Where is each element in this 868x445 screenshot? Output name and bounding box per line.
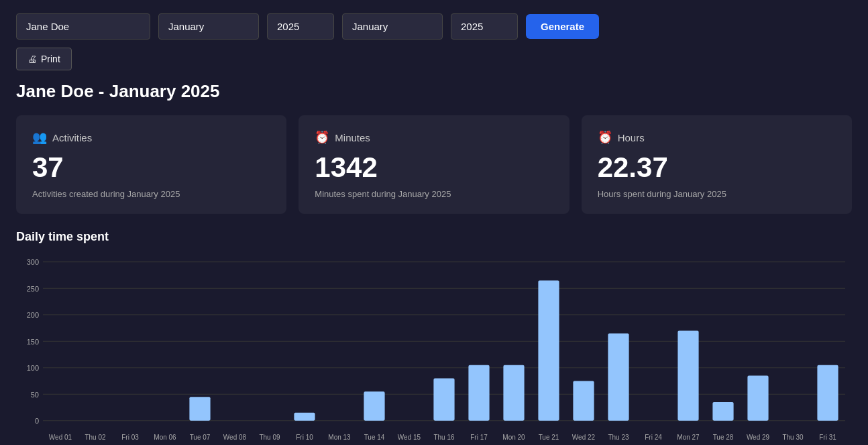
svg-rect-30	[468, 365, 489, 421]
svg-text:Mon 27: Mon 27	[677, 433, 700, 440]
hours-label: Hours	[618, 132, 645, 143]
activities-value: 37	[32, 151, 270, 184]
svg-text:Fri 31: Fri 31	[819, 433, 836, 440]
svg-rect-36	[573, 381, 594, 420]
svg-text:Thu 16: Thu 16	[433, 433, 454, 440]
chart-section: Daily time spent 050100150200250300Wed 0…	[0, 230, 868, 445]
svg-rect-32	[503, 365, 524, 421]
year-to-input[interactable]	[451, 13, 518, 40]
svg-rect-45	[747, 376, 768, 421]
svg-rect-34	[538, 280, 559, 420]
svg-text:Fri 24: Fri 24	[645, 433, 662, 440]
activities-header: 👥 Activities	[32, 130, 270, 145]
minutes-value: 1342	[315, 151, 553, 184]
hours-header: ⏰ Hours	[598, 130, 836, 145]
activities-icon: 👥	[32, 130, 47, 145]
month-from-input[interactable]	[158, 13, 259, 40]
svg-rect-38	[608, 333, 629, 420]
svg-text:Thu 23: Thu 23	[608, 433, 629, 440]
generate-button[interactable]: Generate	[526, 14, 599, 39]
svg-rect-28	[433, 379, 454, 421]
svg-text:Tue 21: Tue 21	[539, 433, 559, 440]
svg-text:Thu 09: Thu 09	[259, 433, 280, 440]
svg-text:0: 0	[35, 417, 39, 425]
svg-text:Mon 13: Mon 13	[328, 433, 351, 440]
svg-rect-48	[817, 365, 838, 421]
svg-text:150: 150	[27, 337, 39, 345]
svg-rect-41	[677, 330, 698, 420]
hours-value: 22.37	[598, 151, 836, 184]
svg-text:300: 300	[27, 258, 39, 266]
svg-text:Tue 07: Tue 07	[190, 433, 211, 440]
svg-text:Mon 06: Mon 06	[154, 433, 176, 440]
svg-rect-43	[712, 402, 733, 421]
svg-text:Fri 03: Fri 03	[121, 433, 139, 440]
svg-text:50: 50	[31, 390, 39, 398]
svg-text:Wed 15: Wed 15	[398, 433, 421, 440]
month-to-input[interactable]	[342, 13, 443, 40]
svg-text:200: 200	[27, 311, 39, 319]
activities-desc: Activities created during January 2025	[32, 189, 270, 199]
minutes-icon: ⏰	[315, 130, 329, 145]
report-title: Jane Doe - January 2025	[0, 81, 868, 115]
printer-icon: 🖨	[28, 54, 37, 64]
hours-desc: Hours spent during January 2025	[598, 189, 836, 199]
activities-card: 👥 Activities 37 Activities created durin…	[16, 115, 286, 214]
minutes-header: ⏰ Minutes	[315, 130, 553, 145]
svg-text:Mon 20: Mon 20	[502, 433, 525, 440]
chart-container: 050100150200250300Wed 01Thu 02Fri 03Mon …	[16, 255, 852, 442]
hours-card: ⏰ Hours 22.37 Hours spent during January…	[582, 115, 852, 214]
svg-rect-25	[364, 391, 384, 420]
chart-title: Daily time spent	[16, 230, 852, 244]
svg-text:Tue 14: Tue 14	[364, 433, 385, 440]
stats-row: 👥 Activities 37 Activities created durin…	[0, 115, 868, 230]
svg-text:Tue 28: Tue 28	[713, 433, 734, 440]
svg-text:Fri 10: Fri 10	[296, 433, 313, 440]
activities-label: Activities	[52, 132, 92, 143]
svg-text:Fri 17: Fri 17	[470, 433, 488, 440]
minutes-label: Minutes	[335, 132, 370, 143]
chart-svg: 050100150200250300Wed 01Thu 02Fri 03Mon …	[16, 255, 852, 442]
svg-text:100: 100	[27, 364, 39, 372]
minutes-card: ⏰ Minutes 1342 Minutes spent during Janu…	[299, 115, 569, 214]
svg-text:Thu 30: Thu 30	[782, 433, 803, 440]
svg-text:Wed 01: Wed 01	[49, 433, 72, 440]
hours-icon: ⏰	[598, 130, 612, 145]
print-label: Print	[41, 54, 60, 64]
svg-text:Wed 08: Wed 08	[223, 433, 246, 440]
svg-text:Wed 29: Wed 29	[747, 433, 769, 440]
print-bar: 🖨 Print	[0, 48, 868, 81]
svg-text:250: 250	[27, 284, 39, 292]
svg-text:Thu 02: Thu 02	[85, 433, 105, 440]
print-button[interactable]: 🖨 Print	[16, 48, 72, 70]
minutes-desc: Minutes spent during January 2025	[315, 189, 553, 199]
top-bar: Generate	[0, 0, 868, 48]
svg-rect-18	[189, 397, 210, 421]
svg-rect-22	[294, 413, 315, 421]
year-from-input[interactable]	[267, 13, 334, 40]
name-input[interactable]	[16, 13, 150, 40]
svg-text:Wed 22: Wed 22	[572, 433, 595, 440]
